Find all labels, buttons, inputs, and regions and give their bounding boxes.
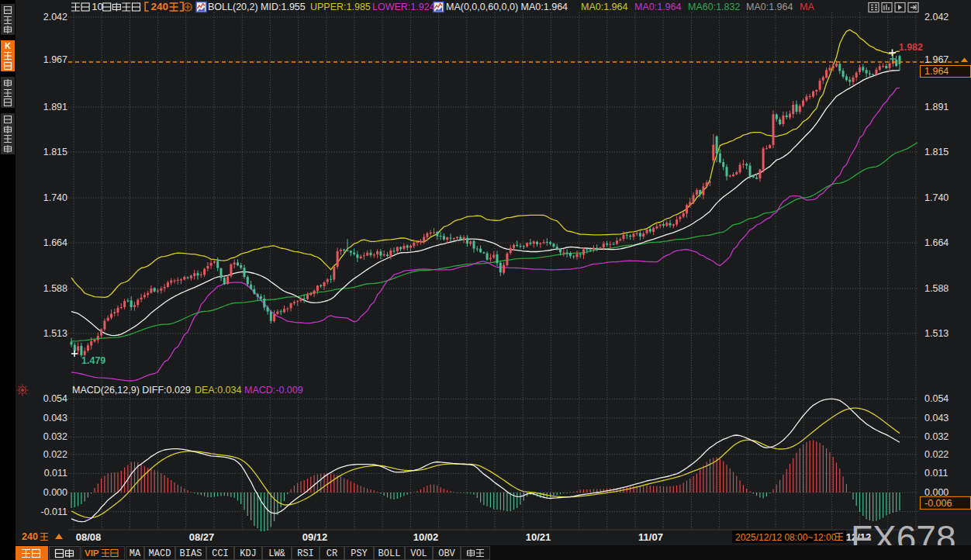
- svg-text:MA(0,0,0,60,0,0) MA0:1.964: MA(0,0,0,60,0,0) MA0:1.964: [446, 2, 568, 12]
- svg-text:BOLL: BOLL: [378, 548, 401, 559]
- svg-text:MA: MA: [800, 2, 814, 12]
- svg-text:1.891: 1.891: [43, 102, 67, 112]
- svg-text:1.982: 1.982: [899, 42, 923, 53]
- svg-text:MA0:1.964: MA0:1.964: [746, 2, 793, 12]
- svg-text:MA0:1.964: MA0:1.964: [634, 2, 682, 12]
- svg-text:10/21: 10/21: [526, 531, 551, 543]
- svg-text:VOL: VOL: [410, 548, 427, 559]
- svg-text:MA: MA: [130, 548, 141, 559]
- svg-text:2025/12/12 08:00~12:00: 2025/12/12 08:00~12:00: [735, 532, 837, 543]
- svg-text:1.513: 1.513: [43, 328, 67, 339]
- svg-text:LOWER:1.924: LOWER:1.924: [372, 2, 435, 12]
- svg-text:1.815: 1.815: [924, 147, 949, 157]
- svg-text:0.043: 0.043: [924, 413, 949, 423]
- svg-text:2.042: 2.042: [924, 12, 949, 22]
- svg-text:1.479: 1.479: [81, 355, 105, 366]
- svg-text:MACD(26,12,9) DIFF:0.029: MACD(26,12,9) DIFF:0.029: [72, 385, 191, 396]
- svg-text:LW&: LW&: [268, 548, 285, 559]
- svg-text:1.513: 1.513: [924, 328, 949, 339]
- svg-text:MACD:-0.009: MACD:-0.009: [244, 385, 303, 396]
- svg-text:0.054: 0.054: [924, 393, 949, 404]
- svg-text:MA0:1.964: MA0:1.964: [581, 2, 628, 12]
- svg-text:10: 10: [92, 1, 102, 12]
- svg-text:1.664: 1.664: [924, 237, 949, 248]
- svg-text:0.054: 0.054: [43, 393, 67, 404]
- svg-text:-0.011: -0.011: [40, 506, 67, 517]
- svg-text:1.664: 1.664: [43, 237, 67, 248]
- svg-text:0.000: 0.000: [43, 487, 67, 498]
- svg-text:0.022: 0.022: [924, 449, 949, 460]
- svg-text:2.042: 2.042: [43, 12, 67, 22]
- svg-text:0.043: 0.043: [43, 413, 67, 423]
- svg-text:KDJ: KDJ: [240, 548, 257, 559]
- svg-text:1.588: 1.588: [924, 283, 949, 294]
- svg-text:MACD: MACD: [149, 548, 171, 559]
- svg-text:BIAS: BIAS: [180, 548, 202, 559]
- svg-text:UPPER:1.985: UPPER:1.985: [310, 2, 371, 12]
- svg-text:0.032: 0.032: [43, 431, 67, 442]
- svg-text:11/07: 11/07: [638, 531, 663, 543]
- svg-text:-0.006: -0.006: [924, 498, 952, 509]
- svg-text:RSI: RSI: [297, 548, 314, 559]
- svg-text:CCI: CCI: [212, 548, 229, 559]
- svg-text:1.815: 1.815: [43, 147, 67, 157]
- svg-text:K: K: [5, 41, 11, 50]
- svg-text:VIP: VIP: [85, 548, 99, 558]
- svg-text:240: 240: [151, 1, 169, 12]
- svg-text:1.588: 1.588: [43, 283, 67, 294]
- svg-text:DEA:0.034: DEA:0.034: [195, 385, 242, 396]
- svg-text:1.740: 1.740: [924, 192, 949, 203]
- svg-text:10/02: 10/02: [413, 531, 439, 543]
- svg-text:OBV: OBV: [438, 548, 455, 559]
- svg-text:1.964: 1.964: [924, 66, 949, 77]
- svg-text:1.967: 1.967: [924, 54, 949, 65]
- svg-text:1.740: 1.740: [43, 192, 67, 203]
- svg-text:0.011: 0.011: [44, 468, 67, 479]
- svg-text:240: 240: [22, 531, 38, 542]
- svg-text:08/08: 08/08: [76, 531, 102, 543]
- svg-text:1.891: 1.891: [924, 102, 949, 112]
- svg-text:CR: CR: [327, 548, 337, 559]
- svg-text:1.967: 1.967: [43, 54, 67, 65]
- svg-text:MA60:1.832: MA60:1.832: [688, 2, 740, 12]
- svg-text:0.011: 0.011: [924, 468, 948, 479]
- svg-text:0.032: 0.032: [924, 431, 949, 442]
- svg-text:09/12: 09/12: [302, 531, 328, 543]
- svg-text:PSY: PSY: [351, 548, 368, 559]
- svg-text:BOLL(20,2) MID:1.955: BOLL(20,2) MID:1.955: [208, 2, 306, 12]
- svg-text:0.022: 0.022: [43, 449, 67, 460]
- svg-text:08/27: 08/27: [189, 531, 215, 543]
